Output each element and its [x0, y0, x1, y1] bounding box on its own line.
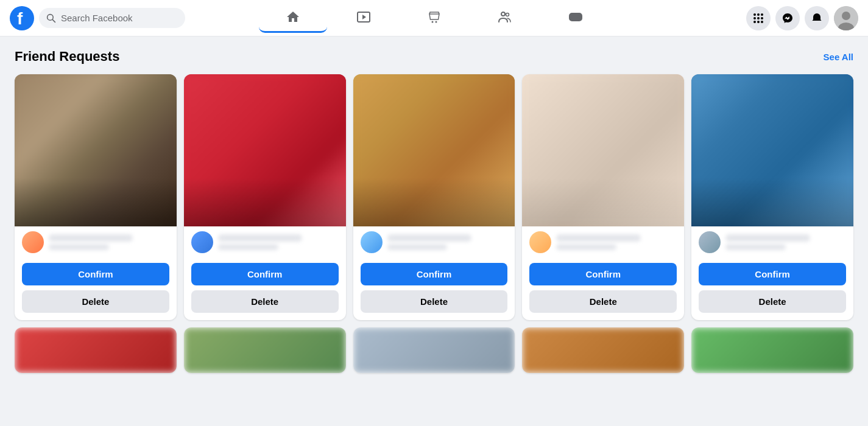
- delete-button-4[interactable]: Delete: [529, 290, 677, 313]
- navbar-right: [746, 6, 858, 30]
- friend-card-actions-1: Confirm Delete: [15, 258, 177, 320]
- friend-requests-grid-row2: [15, 327, 853, 373]
- svg-point-18: [753, 17, 756, 19]
- svg-point-8: [501, 12, 505, 16]
- search-placeholder: Search Facebook: [61, 13, 133, 23]
- friend-request-card-1: Confirm Delete: [15, 74, 177, 320]
- delete-button-3[interactable]: Delete: [361, 290, 508, 313]
- friend-card-actions-2: Confirm Delete: [184, 258, 346, 320]
- confirm-button-2[interactable]: Confirm: [191, 263, 339, 285]
- nav-watch-button[interactable]: [330, 4, 398, 33]
- account-avatar[interactable]: [834, 6, 858, 30]
- svg-point-20: [761, 17, 763, 19]
- navbar-center: [259, 4, 610, 33]
- svg-point-14: [579, 17, 580, 18]
- svg-point-17: [761, 13, 763, 16]
- confirm-button-1[interactable]: Confirm: [22, 263, 169, 285]
- nav-home-button[interactable]: [259, 4, 327, 33]
- svg-point-23: [761, 21, 763, 23]
- section-title: Friend Requests: [15, 49, 119, 65]
- svg-point-22: [757, 21, 760, 23]
- delete-button-2[interactable]: Delete: [191, 290, 339, 313]
- friend-card-partial-2: [184, 327, 346, 373]
- delete-button-5[interactable]: Delete: [699, 290, 846, 313]
- friend-request-card-2: Confirm Delete: [184, 74, 346, 320]
- svg-point-25: [842, 12, 850, 20]
- friend-card-info-1: [15, 226, 177, 258]
- svg-point-21: [753, 21, 756, 23]
- friend-card-info-2: [184, 226, 346, 258]
- friend-card-actions-5: Confirm Delete: [691, 258, 853, 320]
- svg-point-19: [757, 17, 760, 19]
- friend-card-info-3: [353, 226, 515, 258]
- menu-button[interactable]: [746, 6, 771, 30]
- friend-card-partial-4: [522, 327, 684, 373]
- delete-button-1[interactable]: Delete: [22, 290, 169, 313]
- friend-card-image-2: [184, 74, 346, 226]
- friend-card-info-5: [691, 226, 853, 258]
- section-header: Friend Requests See All: [15, 49, 853, 65]
- svg-line-3: [52, 19, 55, 22]
- facebook-logo[interactable]: f: [10, 6, 34, 30]
- friend-card-image-3: [353, 74, 515, 226]
- friend-request-card-3: Confirm Delete: [353, 74, 515, 320]
- navbar: f Search Facebook: [0, 0, 868, 37]
- svg-point-9: [506, 13, 509, 16]
- svg-point-13: [577, 16, 579, 17]
- svg-marker-5: [362, 15, 366, 19]
- friend-card-image-5: [691, 74, 853, 226]
- friend-card-partial-3: [353, 327, 515, 373]
- confirm-button-4[interactable]: Confirm: [529, 263, 677, 285]
- svg-text:f: f: [17, 9, 23, 28]
- see-all-link[interactable]: See All: [824, 52, 853, 62]
- svg-point-7: [435, 21, 437, 23]
- friend-request-card-4: Confirm Delete: [522, 74, 684, 320]
- main-content: Friend Requests See All Confirm: [0, 37, 868, 385]
- friend-card-info-4: [522, 226, 684, 258]
- svg-point-2: [48, 14, 54, 20]
- friend-request-card-5: Confirm Delete: [691, 74, 853, 320]
- friend-card-partial-5: [691, 327, 853, 373]
- svg-point-15: [753, 13, 756, 16]
- svg-point-6: [431, 21, 433, 23]
- friend-card-image-4: [522, 74, 684, 226]
- confirm-button-5[interactable]: Confirm: [699, 263, 846, 285]
- navbar-left: f Search Facebook: [10, 6, 185, 30]
- messenger-button[interactable]: [775, 6, 800, 30]
- nav-marketplace-button[interactable]: [400, 4, 468, 33]
- friend-card-actions-4: Confirm Delete: [522, 258, 684, 320]
- friend-card-partial-1: [15, 327, 177, 373]
- friend-card-actions-3: Confirm Delete: [353, 258, 515, 320]
- friend-requests-grid: Confirm Delete Confirm: [15, 74, 853, 320]
- nav-groups-button[interactable]: [471, 4, 539, 33]
- friend-card-image-1: [15, 74, 177, 226]
- svg-point-16: [757, 13, 760, 16]
- nav-gaming-button[interactable]: [542, 4, 610, 33]
- notifications-button[interactable]: [805, 6, 829, 30]
- confirm-button-3[interactable]: Confirm: [361, 263, 508, 285]
